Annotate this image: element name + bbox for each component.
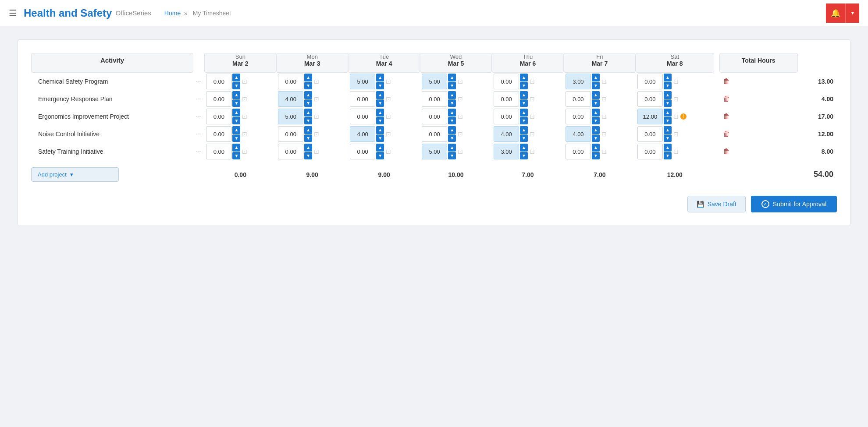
input-4-1[interactable] bbox=[278, 144, 303, 159]
input-2-5[interactable] bbox=[566, 109, 591, 124]
delete-btn-2[interactable]: 🗑 bbox=[719, 108, 798, 125]
input-0-5[interactable] bbox=[566, 74, 591, 89]
input-2-4[interactable] bbox=[494, 109, 519, 124]
spin-up-0-2[interactable]: ▲ bbox=[376, 74, 384, 81]
spin-down-3-0[interactable]: ▼ bbox=[232, 134, 240, 142]
note-icon-3-0[interactable]: ⊡ bbox=[242, 131, 247, 138]
spin-up-3-5[interactable]: ▲ bbox=[592, 126, 600, 134]
spin-up-4-1[interactable]: ▲ bbox=[304, 144, 312, 152]
note-icon-4-2[interactable]: ⊡ bbox=[386, 148, 391, 155]
spin-up-3-1[interactable]: ▲ bbox=[304, 126, 312, 134]
input-1-1[interactable] bbox=[278, 91, 303, 107]
spin-down-0-2[interactable]: ▼ bbox=[376, 82, 384, 90]
spin-up-3-2[interactable]: ▲ bbox=[376, 126, 384, 134]
input-3-2[interactable] bbox=[350, 126, 375, 142]
note-icon-1-3[interactable]: ⊡ bbox=[458, 95, 463, 102]
input-0-4[interactable] bbox=[494, 74, 519, 89]
note-icon-3-1[interactable]: ⊡ bbox=[314, 131, 319, 138]
input-1-4[interactable] bbox=[494, 91, 519, 107]
note-icon-0-2[interactable]: ⊡ bbox=[386, 78, 391, 85]
note-icon-1-5[interactable]: ⊡ bbox=[601, 95, 607, 102]
note-icon-2-3[interactable]: ⊡ bbox=[458, 113, 463, 120]
input-1-0[interactable] bbox=[206, 91, 231, 107]
spin-down-0-3[interactable]: ▼ bbox=[448, 82, 456, 90]
input-2-0[interactable] bbox=[206, 109, 231, 124]
input-3-4[interactable] bbox=[494, 126, 519, 142]
input-0-0[interactable] bbox=[206, 74, 231, 89]
spin-down-0-4[interactable]: ▼ bbox=[520, 82, 528, 90]
save-draft-button[interactable]: 💾 Save Draft bbox=[687, 196, 746, 212]
note-icon-2-6[interactable]: ⊡ bbox=[673, 113, 679, 120]
spin-down-3-4[interactable]: ▼ bbox=[520, 134, 528, 142]
spin-up-4-2[interactable]: ▲ bbox=[376, 144, 384, 152]
spin-up-2-1[interactable]: ▲ bbox=[304, 109, 312, 116]
spin-up-0-0[interactable]: ▲ bbox=[232, 74, 240, 81]
spin-down-0-0[interactable]: ▼ bbox=[232, 82, 240, 90]
breadcrumb-home[interactable]: Home bbox=[164, 10, 181, 17]
row-menu-1[interactable]: ··· bbox=[193, 90, 204, 108]
input-4-0[interactable] bbox=[206, 144, 231, 159]
spin-down-4-3[interactable]: ▼ bbox=[448, 152, 456, 160]
spin-up-1-1[interactable]: ▲ bbox=[304, 91, 312, 99]
spin-down-1-4[interactable]: ▼ bbox=[520, 99, 528, 107]
note-icon-4-3[interactable]: ⊡ bbox=[458, 148, 463, 155]
spin-up-2-4[interactable]: ▲ bbox=[520, 109, 528, 116]
input-1-5[interactable] bbox=[566, 91, 591, 107]
input-4-6[interactable] bbox=[637, 144, 663, 159]
delete-button-3[interactable]: 🗑 bbox=[719, 130, 733, 138]
spin-up-0-1[interactable]: ▲ bbox=[304, 74, 312, 81]
spin-down-1-2[interactable]: ▼ bbox=[376, 99, 384, 107]
note-icon-4-0[interactable]: ⊡ bbox=[242, 148, 247, 155]
delete-button-2[interactable]: 🗑 bbox=[719, 113, 733, 120]
delete-btn-4[interactable]: 🗑 bbox=[719, 143, 798, 160]
spin-down-3-3[interactable]: ▼ bbox=[448, 134, 456, 142]
spin-down-2-2[interactable]: ▼ bbox=[376, 117, 384, 125]
note-icon-0-4[interactable]: ⊡ bbox=[530, 78, 535, 85]
note-icon-0-6[interactable]: ⊡ bbox=[673, 78, 679, 85]
note-icon-1-1[interactable]: ⊡ bbox=[314, 95, 319, 102]
row-menu-4[interactable]: ··· bbox=[193, 143, 204, 160]
spin-down-4-5[interactable]: ▼ bbox=[592, 152, 600, 160]
spin-up-2-3[interactable]: ▲ bbox=[448, 109, 456, 116]
note-icon-3-2[interactable]: ⊡ bbox=[386, 131, 391, 138]
spin-up-3-3[interactable]: ▲ bbox=[448, 126, 456, 134]
spin-down-0-5[interactable]: ▼ bbox=[592, 82, 600, 90]
spin-up-1-2[interactable]: ▲ bbox=[376, 91, 384, 99]
spin-down-0-1[interactable]: ▼ bbox=[304, 82, 312, 90]
spin-up-3-0[interactable]: ▲ bbox=[232, 126, 240, 134]
note-icon-1-6[interactable]: ⊡ bbox=[673, 95, 679, 102]
input-3-6[interactable] bbox=[637, 126, 663, 142]
note-icon-1-2[interactable]: ⊡ bbox=[386, 95, 391, 102]
spin-up-3-4[interactable]: ▲ bbox=[520, 126, 528, 134]
input-4-2[interactable] bbox=[350, 144, 375, 159]
note-icon-0-3[interactable]: ⊡ bbox=[458, 78, 463, 85]
note-icon-2-1[interactable]: ⊡ bbox=[314, 113, 319, 120]
delete-button-4[interactable]: 🗑 bbox=[719, 148, 733, 155]
spin-down-4-0[interactable]: ▼ bbox=[232, 152, 240, 160]
input-1-6[interactable] bbox=[637, 91, 663, 107]
note-icon-3-3[interactable]: ⊡ bbox=[458, 131, 463, 138]
spin-down-4-6[interactable]: ▼ bbox=[664, 152, 672, 160]
spin-up-2-6[interactable]: ▲ bbox=[664, 109, 672, 116]
input-2-6[interactable] bbox=[637, 109, 663, 124]
spin-down-2-0[interactable]: ▼ bbox=[232, 117, 240, 125]
spin-down-1-3[interactable]: ▼ bbox=[448, 99, 456, 107]
delete-btn-0[interactable]: 🗑 bbox=[719, 73, 798, 90]
delete-button-0[interactable]: 🗑 bbox=[719, 78, 733, 85]
spin-up-1-6[interactable]: ▲ bbox=[664, 91, 672, 99]
user-dropdown-button[interactable]: ▾ bbox=[845, 4, 859, 23]
spin-up-4-6[interactable]: ▲ bbox=[664, 144, 672, 152]
delete-btn-1[interactable]: 🗑 bbox=[719, 90, 798, 108]
spin-down-2-4[interactable]: ▼ bbox=[520, 117, 528, 125]
menu-icon[interactable]: ☰ bbox=[9, 8, 17, 18]
notification-button[interactable]: 🔔 bbox=[826, 4, 845, 23]
note-icon-2-5[interactable]: ⊡ bbox=[601, 113, 607, 120]
input-2-3[interactable] bbox=[422, 109, 447, 124]
spin-up-1-4[interactable]: ▲ bbox=[520, 91, 528, 99]
note-icon-4-6[interactable]: ⊡ bbox=[673, 148, 679, 155]
spin-down-2-1[interactable]: ▼ bbox=[304, 117, 312, 125]
input-4-4[interactable] bbox=[494, 144, 519, 159]
input-1-2[interactable] bbox=[350, 91, 375, 107]
spin-down-3-1[interactable]: ▼ bbox=[304, 134, 312, 142]
spin-up-0-5[interactable]: ▲ bbox=[592, 74, 600, 81]
